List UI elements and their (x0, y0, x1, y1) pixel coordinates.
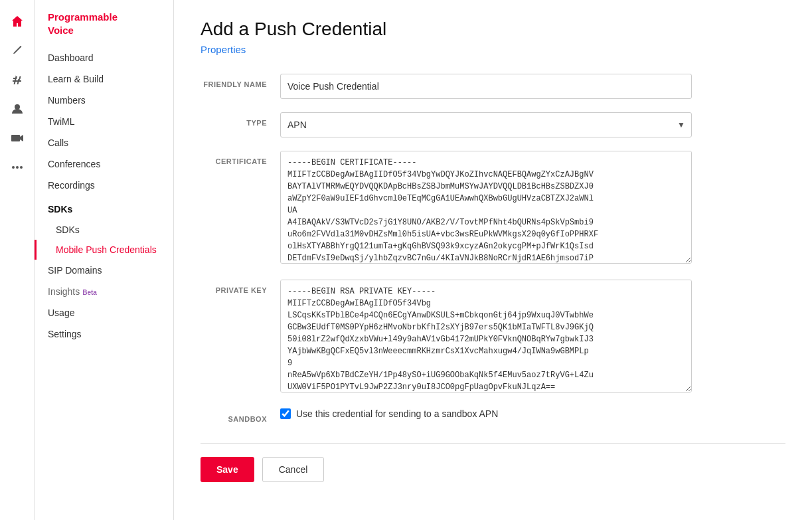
friendly-name-label: FRIENDLY NAME (201, 74, 280, 88)
sidebar-item-conferences[interactable]: Conferences (35, 153, 173, 175)
sandbox-checkbox[interactable] (280, 408, 291, 419)
svg-point-4 (20, 166, 23, 169)
save-button[interactable]: Save (201, 457, 254, 482)
certificate-textarea[interactable] (280, 151, 692, 264)
page-title: Add a Push Credential (201, 19, 785, 40)
sandbox-text[interactable]: Use this credential for sending to a san… (296, 408, 498, 419)
private-key-wrap (280, 280, 692, 395)
certificate-label: CERTIFICATE (201, 151, 280, 165)
private-key-row: PRIVATE KEY (201, 280, 785, 395)
main-content: Add a Push Credential Properties FRIENDL… (174, 0, 812, 520)
sandbox-label: SANDBOX (201, 408, 280, 423)
sidebar-item-learn-build[interactable]: Learn & Build (35, 68, 173, 90)
cancel-button[interactable]: Cancel (262, 457, 325, 482)
sidebar-item-dashboard[interactable]: Dashboard (35, 47, 173, 68)
more-icon[interactable] (4, 154, 31, 181)
pencil-icon[interactable] (4, 37, 31, 64)
type-select-wrap: APN FCM GCM ▼ (280, 112, 692, 137)
svg-point-0 (15, 104, 20, 110)
sandbox-wrap: Use this credential for sending to a san… (280, 408, 692, 419)
friendly-name-wrap (280, 74, 692, 99)
type-row: TYPE APN FCM GCM ▼ (201, 112, 785, 137)
person-icon[interactable] (4, 96, 31, 122)
sidebar-item-insights[interactable]: InsightsBeta (35, 281, 173, 302)
svg-point-3 (16, 166, 19, 169)
type-select[interactable]: APN FCM GCM (280, 112, 692, 137)
type-wrap: APN FCM GCM ▼ (280, 112, 692, 137)
sidebar-item-numbers[interactable]: Numbers (35, 90, 173, 111)
video-icon[interactable] (4, 125, 31, 151)
certificate-wrap (280, 151, 692, 266)
icon-sidebar (0, 0, 35, 520)
private-key-textarea[interactable] (280, 280, 692, 392)
friendly-name-input[interactable] (280, 74, 692, 99)
sidebar-item-calls[interactable]: Calls (35, 132, 173, 153)
type-label: TYPE (201, 112, 280, 127)
sidebar-item-settings[interactable]: Settings (35, 323, 173, 345)
sidebar-section-sdks: SDKs (35, 199, 173, 220)
form-footer: Save Cancel (201, 443, 785, 482)
svg-point-2 (12, 166, 15, 169)
svg-rect-1 (11, 135, 20, 141)
sidebar-sub-item-mobile-push-credentials[interactable]: Mobile Push Credentials (35, 240, 173, 260)
sidebar-item-recordings[interactable]: Recordings (35, 175, 173, 196)
sandbox-checkbox-row: Use this credential for sending to a san… (280, 408, 692, 419)
sidebar-item-usage[interactable]: Usage (35, 302, 173, 323)
sandbox-row: SANDBOX Use this credential for sending … (201, 408, 785, 423)
hash-icon[interactable] (4, 66, 31, 93)
app-title: Programmable Voice (35, 11, 173, 47)
sidebar-item-sip-domains[interactable]: SIP Domains (35, 260, 173, 281)
private-key-label: PRIVATE KEY (201, 280, 280, 294)
sidebar-sub-item-sdks[interactable]: SDKs (35, 220, 173, 240)
nav-sidebar: Programmable Voice Dashboard Learn & Bui… (35, 0, 174, 520)
home-icon[interactable] (4, 8, 31, 35)
friendly-name-row: FRIENDLY NAME (201, 74, 785, 99)
properties-link[interactable]: Properties (201, 44, 246, 55)
sidebar-item-twiml[interactable]: TwiML (35, 111, 173, 132)
certificate-row: CERTIFICATE (201, 151, 785, 266)
